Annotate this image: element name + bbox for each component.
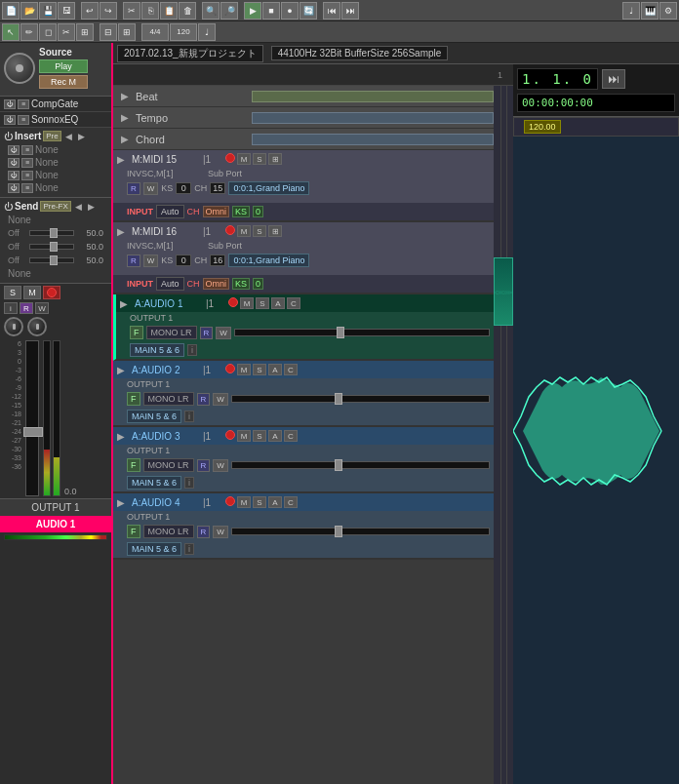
redo-btn[interactable]: ↪ [100, 2, 117, 20]
write-btn[interactable]: W [35, 302, 49, 314]
settings-btn[interactable]: ⚙ [659, 2, 677, 20]
beat-clip[interactable] [252, 91, 494, 102]
audio2-fader-thumb[interactable] [335, 393, 342, 405]
audio3-fader-thumb[interactable] [335, 459, 342, 471]
audio2-c-btn[interactable]: C [284, 364, 298, 375]
record-btn[interactable]: ● [281, 2, 299, 20]
stop-btn[interactable]: ■ [262, 2, 280, 20]
skip-to-end-btn[interactable]: ⏭ [602, 69, 625, 89]
pencil-tool[interactable]: ✏ [20, 23, 38, 41]
audio1-expand[interactable]: ▶ [120, 298, 132, 309]
menu-icon2[interactable]: ≡ [18, 115, 29, 125]
audio1-info-btn[interactable]: i [187, 344, 197, 356]
source-knob[interactable] [4, 53, 35, 84]
tempo-clip[interactable] [252, 112, 494, 124]
menu-s2[interactable]: ≡ [21, 158, 33, 168]
audio1-fader-thumb[interactable] [337, 327, 344, 338]
audio4-w-btn[interactable]: W [213, 526, 228, 538]
midi2-expand[interactable]: ▶ [117, 226, 129, 237]
insert-pre-badge[interactable]: Pre [43, 131, 60, 141]
zoom-out-btn[interactable]: 🔎 [220, 2, 238, 20]
play-btn[interactable]: ▶ [244, 2, 261, 20]
power-s4[interactable]: ⏻ [8, 183, 20, 193]
menu-s4[interactable]: ≡ [21, 183, 33, 193]
audio2-main[interactable]: MAIN 5 & 6 [127, 410, 181, 423]
open-file-btn[interactable]: 📂 [20, 2, 38, 20]
audio1-waveform-block[interactable] [494, 257, 513, 326]
send-arrow-left[interactable]: ◀ [73, 202, 84, 212]
mixer-btn[interactable]: ♩ [622, 2, 640, 20]
save-btn[interactable]: 💾 [39, 2, 57, 20]
insert-arrow-right[interactable]: ▶ [76, 132, 87, 141]
piano-roll-btn[interactable]: 🎹 [641, 2, 659, 20]
menu-s1[interactable]: ≡ [21, 145, 33, 155]
audio2-s-btn[interactable]: S [253, 364, 266, 375]
play-button[interactable]: Play [39, 59, 88, 73]
audio4-a-btn[interactable]: A [268, 496, 282, 508]
midi1-instrument[interactable]: 0:0:1,Grand Piano [228, 181, 309, 195]
tempo-expand[interactable]: ▶ [121, 112, 133, 123]
vertical-fader[interactable] [25, 340, 39, 496]
power-send[interactable]: ⏻ [4, 202, 13, 212]
audio4-c-btn[interactable]: C [284, 496, 298, 508]
fader-track-2[interactable] [29, 244, 74, 250]
audio1-a-btn[interactable]: A [271, 297, 285, 309]
info-btn-i[interactable]: i [4, 302, 18, 314]
audio4-r-btn[interactable]: R [197, 526, 211, 538]
grid-btn[interactable]: ⊞ [118, 23, 136, 41]
audio2-f-btn[interactable]: F [127, 392, 140, 406]
audio4-f-btn[interactable]: F [127, 525, 140, 538]
midi2-m-btn[interactable]: M [237, 225, 251, 237]
send-pre-badge[interactable]: Pre-FX [40, 201, 70, 212]
audio2-a-btn[interactable]: A [268, 364, 282, 375]
volume-knob[interactable] [27, 317, 47, 336]
vertical-fader-thumb[interactable] [23, 427, 43, 437]
audio4-m-btn[interactable]: M [237, 496, 251, 508]
fader-thumb-1[interactable] [50, 228, 58, 238]
power-s1[interactable]: ⏻ [8, 145, 20, 155]
audio3-s-btn[interactable]: S [253, 430, 266, 442]
paste-btn[interactable]: 📋 [160, 2, 178, 20]
track-scroll-area[interactable]: ▶ Beat ▶ Tempo [113, 86, 513, 784]
midi1-w-btn[interactable]: W [143, 182, 159, 195]
audio2-w-btn[interactable]: W [213, 393, 228, 406]
audio3-fader[interactable] [231, 461, 490, 469]
midi2-input-type[interactable]: Auto [156, 277, 184, 291]
audio3-r-btn[interactable]: R [197, 459, 211, 472]
audio2-fader[interactable] [231, 395, 490, 403]
power-s2[interactable]: ⏻ [8, 158, 20, 168]
midi2-f-btn[interactable]: ⊞ [268, 225, 282, 237]
audio2-info-btn[interactable]: i [184, 411, 194, 422]
midi1-m-btn[interactable]: M [237, 153, 251, 165]
rec-button[interactable]: Rec M [39, 75, 88, 89]
send-arrow-right[interactable]: ▶ [86, 202, 97, 212]
audio1-m-btn[interactable]: M [240, 297, 254, 309]
pan-knob[interactable] [4, 317, 23, 336]
audio3-f-btn[interactable]: F [127, 458, 140, 472]
chord-expand[interactable]: ▶ [121, 134, 133, 144]
audio1-s-btn[interactable]: S [256, 297, 269, 309]
loop-btn[interactable]: 🔄 [300, 2, 317, 20]
fader-thumb-3[interactable] [50, 255, 58, 265]
midi1-expand[interactable]: ▶ [117, 154, 129, 165]
midi1-f-btn[interactable]: ⊞ [268, 153, 282, 165]
audio2-m-btn[interactable]: M [237, 364, 251, 375]
insert-arrow-left[interactable]: ◀ [63, 132, 74, 141]
audio3-expand[interactable]: ▶ [117, 431, 129, 442]
power-icon2[interactable]: ⏻ [4, 115, 16, 125]
solo-btn[interactable]: S [4, 286, 21, 299]
glue-tool[interactable]: ⊞ [76, 23, 94, 41]
fader-track-3[interactable] [29, 257, 74, 263]
menu-s3[interactable]: ≡ [21, 171, 33, 180]
metronome-btn[interactable]: ♩ [198, 23, 216, 41]
copy-btn[interactable]: ⎘ [141, 2, 159, 20]
save-as-btn[interactable]: 🖫 [58, 2, 75, 20]
audio4-fader-thumb[interactable] [335, 526, 342, 537]
audio1-w-btn[interactable]: W [216, 327, 231, 339]
cut-btn[interactable]: ✂ [123, 2, 140, 20]
audio1-f-btn[interactable]: F [130, 326, 143, 339]
plugin-compgate-name[interactable]: CompGate [31, 98, 107, 109]
new-file-btn[interactable]: 📄 [2, 2, 20, 20]
audio3-w-btn[interactable]: W [213, 459, 228, 472]
midi2-instrument[interactable]: 0:0:1,Grand Piano [228, 254, 309, 267]
